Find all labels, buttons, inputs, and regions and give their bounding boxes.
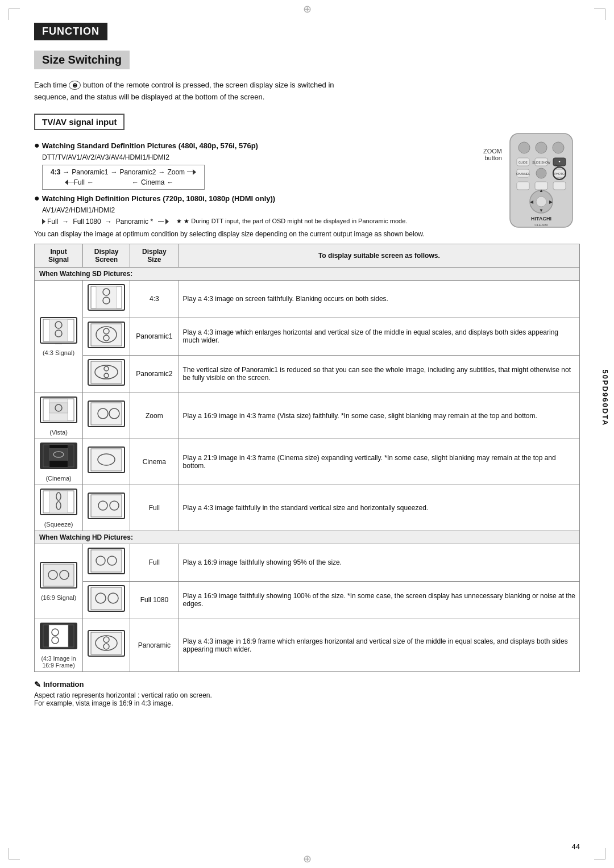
display-screen-zoom [83,393,130,439]
svg-point-1 [518,142,530,153]
tv-icon-43in169-in [39,622,78,652]
tv-icon-full1080 [87,585,126,614]
desc-full-hd: Play a 16:9 image faithfully showing 95%… [179,544,579,581]
hd-title: Watching High Definition Pictures (720p,… [42,194,276,203]
bullet-hd: ● [34,194,40,203]
tv-icon-full-sd [87,492,126,521]
table-row: (4:3 Signal) 4:3 Play a 4:3 image on scr… [35,280,580,318]
sd-title: Watching Standard Definition Pictures (4… [42,141,258,150]
display-screen-pan2 [83,355,130,393]
svg-rect-77 [43,564,74,586]
remote-svg: GUIDE SLIDE SHOW ● CHANNEL PHOTO [504,131,578,230]
size-full1080: Full 1080 [130,581,179,619]
svg-text:▲: ▲ [539,188,544,193]
zoom-label: ZOOM button [483,148,502,161]
tv-icon-pan2 [87,358,126,388]
svg-rect-55 [91,403,122,425]
size-pan2: Panoramic2 [130,355,179,393]
function-badge: FUNCTION [34,23,107,40]
display-screen-full1080 [83,581,130,619]
desc-zoom: Play a 16:9 image in 4:3 frame (Vista si… [179,393,579,439]
info-icon: ✎ [34,680,41,689]
info-section: ✎ Information Aspect ratio represents ho… [34,680,580,707]
corner-mark-br [594,848,605,859]
svg-text:▼: ▼ [539,208,544,213]
corner-mark-bl [9,848,20,859]
signal-cell-vista: (Vista) [35,393,83,439]
signal-label-43in169: (4:3 Image in16:9 Frame) [39,655,78,669]
tv-icon-pan1 [87,321,126,350]
page: ⊕ ⊕ 50PD960DTA FUNCTION Size Switching E… [0,0,614,868]
tv-icon-cinema-out [87,446,126,475]
display-screen-pan1 [83,318,130,355]
svg-point-11 [536,168,546,178]
sd-section-header: When Watching SD Pictures: [35,267,580,280]
desc-cinema: Play a 21:9 image in 4:3 frame (Cinema s… [179,439,579,485]
svg-rect-73 [91,495,122,517]
svg-rect-90 [49,625,68,647]
optimum-text: You can display the image at optimum con… [34,230,580,238]
svg-text:PHOTO: PHOTO [554,172,565,176]
svg-rect-19 [553,182,566,190]
bullet-sd: ● [34,141,40,150]
table-row: (Cinema) Cinema Play a 21:9 image in 4:3… [35,439,580,485]
col-header-signal: Input Signal [35,244,83,267]
svg-text:CHANNEL: CHANNEL [516,172,530,176]
section-title: Size Switching [34,51,130,69]
desc-full-sd: Play a 4:3 image faithfully in the stand… [179,485,579,531]
cross-top: ⊕ [302,5,312,14]
intro-text: Each time ⊕ button of the remote control… [34,80,352,103]
svg-rect-65 [91,449,122,471]
signal-label-cinema: (Cinema) [39,475,78,482]
desc-full1080: Play a 16:9 image faithfully showing 100… [179,581,579,619]
size-pan1: Panoramic1 [130,318,179,355]
size-cinema: Cinema [130,439,179,485]
hd-section-header: When Watching HD Pictures: [35,531,580,544]
svg-text:HITACHI: HITACHI [531,216,551,222]
table-row: (4:3 Image in16:9 Frame) Panoramic Play … [35,619,580,671]
table-row: (Squeeze) Full Play a 4:3 image faithful… [35,485,580,531]
remote-area: ZOOM button GUIDE SLIDE SHOW [483,131,574,230]
table-row: Full 1080 Play a 16:9 image faithfully s… [35,581,580,619]
size-full-hd: Full [130,544,179,581]
size-full-sd: Full [130,485,179,531]
display-screen-panoramic-hd [83,619,130,671]
desc-pan1: Play a 4:3 image which enlarges horizont… [179,318,579,355]
hd-note-text: ★ During DTT input, the part of OSD migh… [184,218,407,224]
signal-label-squeeze: (Squeeze) [39,521,78,528]
svg-text:▶: ▶ [549,199,553,205]
display-screen-4to3 [83,280,130,318]
cross-bottom: ⊕ [302,854,312,863]
corner-mark-tr [594,9,605,20]
tv-icon-43-out1 [87,283,126,313]
tv-icon-43-input [39,316,78,346]
signal-cell-43: (4:3 Signal) [35,280,83,393]
tv-icon-169-in [39,561,78,591]
svg-point-3 [553,142,564,153]
col-header-size: Display Size [130,244,179,267]
desc-panoramic-hd: Play a 4:3 image in 16:9 frame which enl… [179,619,579,671]
svg-point-2 [536,142,547,153]
corner-mark-tl [9,9,20,20]
signal-label-169: (16:9 Signal) [39,594,78,601]
svg-text:CLE-980: CLE-980 [534,223,548,227]
signal-label-vista: (Vista) [39,429,78,436]
svg-rect-62 [49,461,68,467]
main-table: Input Signal DisplayScreen Display Size … [34,244,580,672]
col-header-display: DisplayScreen [83,244,130,267]
size-4to3: 4:3 [130,280,179,318]
side-label-wrapper: 50PD960DTA [597,227,614,568]
svg-text:SLIDE SHOW: SLIDE SHOW [532,161,550,164]
svg-point-21 [536,197,546,207]
info-line-2: For example, vista image is 16:9 in 4:3 … [34,699,580,707]
table-row: (Vista) Zoom Play a 16:9 image in 4:3 fr… [35,393,580,439]
desc-4to3: Play a 4:3 image on screen faithfully. B… [179,280,579,318]
side-label: 50PD960DTA [601,369,610,426]
desc-pan2: The vertical size of Panoramic1 is reduc… [179,355,579,393]
display-screen-full-hd [83,544,130,581]
info-title-text: Information [43,680,84,688]
tv-icon-squeeze-in [39,488,78,518]
info-title: ✎ Information [34,680,580,689]
hd-section-label: When Watching HD Pictures: [35,531,580,544]
size-panoramic-hd: Panoramic [130,619,179,671]
